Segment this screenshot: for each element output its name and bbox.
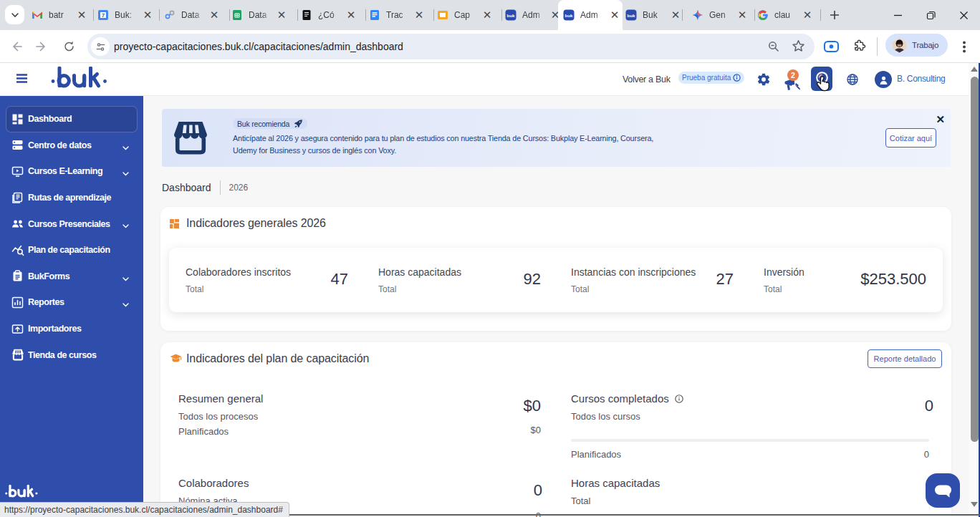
svg-text:7: 7	[102, 12, 105, 19]
svg-text:buk: buk	[506, 13, 515, 18]
svg-text:buk: buk	[565, 13, 573, 18]
svg-text:buk: buk	[627, 13, 635, 18]
